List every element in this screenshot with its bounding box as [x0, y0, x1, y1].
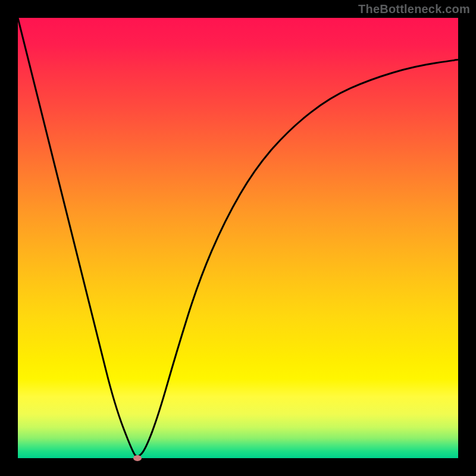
optimum-marker	[133, 455, 142, 461]
plot-area	[18, 18, 458, 458]
chart-frame: TheBottleneck.com	[0, 0, 476, 476]
bottleneck-curve	[18, 18, 458, 458]
curve-path	[18, 18, 458, 456]
watermark-text: TheBottleneck.com	[358, 2, 470, 16]
